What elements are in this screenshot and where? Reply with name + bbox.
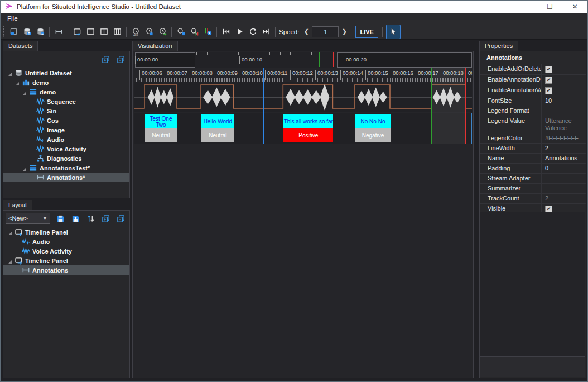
collapse-all-icon[interactable] (114, 52, 127, 66)
clear-selection-icon[interactable] (201, 25, 214, 39)
save-dataset-icon[interactable] (33, 25, 47, 39)
maximize-button[interactable]: ☐ (537, 1, 562, 13)
annotation-valence-block[interactable]: Neutral (145, 128, 177, 142)
layout-item-audio[interactable]: Audio (3, 237, 129, 246)
selection-end-marker[interactable] (465, 68, 466, 144)
dataset-item-annotations[interactable]: Annotations* (3, 173, 129, 182)
overview-selection-end-marker[interactable] (333, 52, 334, 67)
dataset-item-annotationstest[interactable]: AnnotationsTest* (3, 163, 129, 173)
move-panel-icon[interactable] (84, 212, 97, 225)
tab-layout[interactable]: Layout (3, 200, 32, 210)
zoom-selection-icon[interactable] (187, 25, 201, 39)
property-value[interactable]: 0 (541, 164, 586, 173)
property-value[interactable]: ✔ (541, 85, 586, 96)
clock-absolute-icon[interactable]: ABS (129, 25, 142, 39)
property-checkbox[interactable]: ✔ (545, 66, 552, 73)
tree-expander-icon[interactable] (22, 90, 27, 94)
dataset-item-demo[interactable]: demo (3, 78, 129, 87)
speed-decrease-button[interactable]: ❮ (302, 26, 311, 37)
dataset-item-untitled-dataset[interactable]: Untitled Dataset (3, 68, 129, 78)
ruler-time-label: 00:00:11 (265, 70, 287, 80)
toolbar-grip[interactable] (2, 26, 5, 37)
property-value[interactable]: 10 (541, 96, 586, 106)
panel-3col-icon[interactable] (110, 25, 124, 39)
save-layout-icon[interactable] (54, 212, 67, 225)
timeline-overview[interactable]: 00:00:0000:00:1000:00:20 (134, 52, 472, 68)
layout-item-annotations[interactable]: Annotations (3, 265, 129, 275)
annotation-utterance-block[interactable]: No No No (355, 114, 391, 128)
expand-all-icon[interactable] (99, 52, 112, 66)
tab-visualization[interactable]: Visualization (132, 41, 178, 51)
property-value[interactable]: 2 (541, 194, 586, 203)
dataset-item-voice-activity[interactable]: Voice Activity (3, 144, 129, 154)
insert-annotation-icon[interactable] (52, 25, 65, 39)
dataset-item-diagnostics[interactable]: Diagnostics (3, 154, 129, 163)
property-checkbox[interactable]: ✔ (545, 77, 552, 84)
property-value[interactable]: 2 (541, 144, 586, 153)
expand-all-icon[interactable] (99, 212, 112, 225)
layout-panel: Layout <New>▼ Timeline PanelAudioVoice A… (3, 200, 130, 378)
overview-selection-start-marker[interactable] (319, 52, 320, 67)
property-checkbox[interactable]: ✔ (545, 87, 552, 94)
annotation-utterance-block[interactable]: Test One Two (145, 114, 177, 128)
annotation-valence-block[interactable]: Neutral (201, 128, 234, 142)
dataset-item-audio[interactable]: Audio (3, 135, 129, 144)
dataset-item-sequence[interactable]: Sequence (3, 97, 129, 106)
layout-item-voice-activity[interactable]: Voice Activity (3, 246, 129, 256)
tree-expander-icon[interactable] (8, 230, 12, 235)
repeat-icon[interactable] (246, 25, 259, 39)
clock-session-icon[interactable] (142, 25, 156, 39)
speed-increase-button[interactable]: ❯ (340, 26, 349, 37)
timeline-ruler[interactable]: 00:00:0600:00:0700:00:0800:00:0900:00:10… (134, 68, 472, 82)
layout-item-timeline-panel[interactable]: Timeline Panel (3, 227, 129, 237)
new-dataset-icon[interactable] (7, 25, 20, 39)
property-value[interactable]: ✔ (541, 75, 586, 85)
dataset-item-demo[interactable]: demo (3, 87, 129, 97)
timeline-cursor[interactable] (263, 68, 264, 144)
close-button[interactable]: ✕ (562, 1, 587, 13)
skip-start-icon[interactable] (219, 25, 233, 39)
property-value[interactable] (541, 106, 586, 116)
play-icon[interactable] (233, 25, 246, 39)
dataset-item-image[interactable]: Image (3, 125, 129, 135)
minimize-button[interactable]: — (512, 1, 537, 13)
open-dataset-icon[interactable] (20, 25, 33, 39)
panel-2col-icon[interactable] (97, 25, 110, 39)
tree-expander-icon[interactable] (22, 166, 27, 170)
property-value[interactable]: ✔ (541, 64, 586, 74)
tree-expander-icon[interactable] (8, 259, 12, 263)
zoom-extents-icon[interactable] (174, 25, 187, 39)
annotation-valence-block[interactable]: Negative (355, 128, 391, 142)
property-value[interactable]: Annotations (541, 154, 586, 163)
annotations-track[interactable]: Test One TwoNeutralHello WorldNeutralThi… (134, 113, 472, 144)
property-value[interactable] (541, 184, 586, 193)
clock-selection-icon[interactable] (156, 25, 169, 39)
layout-item-timeline-panel[interactable]: Timeline Panel (3, 256, 129, 265)
tree-expander-icon[interactable] (15, 80, 20, 85)
layout-select[interactable]: <New>▼ (6, 213, 50, 224)
live-button[interactable]: LIVE (355, 26, 378, 38)
speed-input[interactable]: 1 (312, 26, 339, 37)
tab-properties[interactable]: Properties (479, 41, 518, 51)
tree-expander-icon[interactable] (8, 71, 12, 75)
timeline-panel-icon[interactable] (70, 25, 84, 39)
delete-layout-icon[interactable] (69, 212, 82, 225)
panel-2d-icon[interactable] (84, 25, 97, 39)
dataset-item-cos[interactable]: Cos (3, 116, 129, 125)
skip-end-icon[interactable] (259, 25, 273, 39)
property-value[interactable]: #FFFFFFFF (541, 133, 586, 143)
annotation-utterance-block[interactable]: Hello World (201, 114, 234, 128)
collapse-all-icon[interactable] (114, 212, 127, 225)
selection-start-marker[interactable] (431, 68, 432, 144)
tab-datasets[interactable]: Datasets (3, 41, 38, 51)
ruler-time-label: 00:00:06 (139, 70, 162, 80)
property-value[interactable]: Utterance Valence (541, 116, 586, 133)
property-value[interactable] (541, 174, 586, 183)
cursor-mode-button[interactable] (386, 25, 401, 39)
annotation-valence-block[interactable]: Positive (283, 128, 333, 142)
dataset-item-sin[interactable]: Sin (3, 106, 129, 116)
audio-waveform-track[interactable] (134, 82, 472, 112)
annotation-utterance-block[interactable]: This all works so far (283, 114, 333, 128)
menu-file[interactable]: File (4, 15, 21, 22)
properties-header: Annotations (480, 51, 586, 64)
